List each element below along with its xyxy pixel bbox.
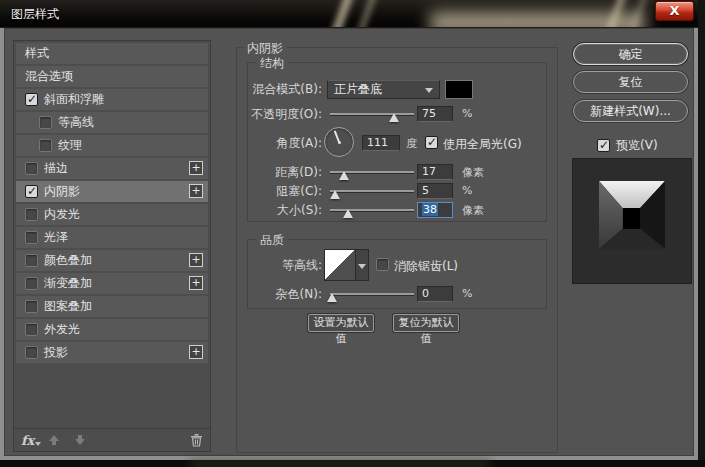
- angle-field[interactable]: 111: [362, 135, 400, 151]
- move-down-icon[interactable]: [74, 434, 86, 446]
- sidebar-item-label: 斜面和浮雕: [44, 91, 104, 108]
- bevel-emboss-checkbox[interactable]: [25, 93, 38, 106]
- stroke-checkbox[interactable]: [25, 162, 38, 175]
- opacity-row: 不透明度(O): 75 %: [248, 106, 546, 122]
- noise-slider[interactable]: [330, 286, 414, 302]
- contour-dropdown-button[interactable]: [356, 249, 369, 281]
- sidebar-toolbar: fx: [14, 428, 210, 451]
- preview-label: 预览(V): [616, 137, 658, 154]
- sidebar-item-drop-shadow[interactable]: 投影+: [16, 342, 208, 363]
- satin-checkbox[interactable]: [25, 231, 38, 244]
- slider-thumb[interactable]: [330, 190, 340, 199]
- drop-shadow-checkbox[interactable]: [25, 346, 38, 359]
- preview-toggle: 预览(V): [597, 137, 658, 154]
- size-field[interactable]: 38: [417, 202, 453, 218]
- angle-dial[interactable]: [324, 127, 354, 157]
- add-color-overlay-button[interactable]: +: [189, 253, 203, 267]
- blend-mode-select[interactable]: 正片叠底: [327, 80, 440, 99]
- add-gradient-overlay-button[interactable]: +: [189, 276, 203, 290]
- slider-thumb[interactable]: [343, 209, 353, 218]
- sidebar-item-gradient-overlay[interactable]: 渐变叠加+: [16, 273, 208, 294]
- distance-label: 距离(D):: [248, 164, 322, 180]
- distance-slider[interactable]: [330, 164, 414, 180]
- sidebar-item-color-overlay[interactable]: 颜色叠加+: [16, 250, 208, 271]
- ok-button[interactable]: 确定: [573, 43, 688, 65]
- size-slider[interactable]: [330, 202, 414, 218]
- sidebar-item-texture[interactable]: 纹理: [16, 135, 208, 156]
- opacity-field[interactable]: 75: [417, 106, 453, 122]
- distance-field[interactable]: 17: [417, 164, 453, 180]
- shadow-color-swatch[interactable]: [445, 80, 473, 99]
- add-stroke-button[interactable]: +: [189, 161, 203, 175]
- size-label: 大小(S):: [248, 202, 322, 218]
- choke-value: 5: [422, 184, 429, 197]
- noise-field[interactable]: 0: [417, 286, 453, 302]
- choke-field[interactable]: 5: [417, 183, 453, 199]
- preview-checkbox[interactable]: [597, 139, 610, 152]
- texture-checkbox[interactable]: [39, 139, 52, 152]
- quality-group: 品质 等高线: 消除锯齿(L) 杂色(N): 0 %: [247, 239, 547, 309]
- sidebar-item-styles[interactable]: 样式: [16, 43, 208, 64]
- sidebar-item-label: 内阴影: [44, 183, 80, 200]
- window-title: 图层样式: [11, 6, 59, 23]
- reset-default-button[interactable]: 复位为默认值: [393, 314, 459, 332]
- gradient-overlay-checkbox[interactable]: [25, 277, 38, 290]
- sidebar-item-label: 光泽: [44, 229, 68, 246]
- add-inner-shadow-button[interactable]: +: [189, 184, 203, 198]
- reset-button[interactable]: 复位: [573, 71, 688, 93]
- sidebar-item-bevel-emboss[interactable]: 斜面和浮雕: [16, 89, 208, 110]
- outer-glow-checkbox[interactable]: [25, 323, 38, 336]
- size-value-selected: 38: [422, 203, 438, 216]
- contour-checkbox[interactable]: [39, 116, 52, 129]
- dial-center-dot: [338, 141, 341, 144]
- sidebar-item-label: 纹理: [58, 137, 82, 154]
- pattern-overlay-checkbox[interactable]: [25, 300, 38, 313]
- delete-style-icon[interactable]: [190, 433, 203, 447]
- angle-value: 111: [367, 136, 388, 149]
- new-style-button[interactable]: 新建样式(W)...: [573, 100, 688, 122]
- slider-track: [330, 190, 414, 192]
- sidebar-item-inner-glow[interactable]: 内发光: [16, 204, 208, 225]
- chevron-down-icon: [425, 88, 433, 93]
- background-blur-streak: [356, 0, 376, 28]
- color-overlay-checkbox[interactable]: [25, 254, 38, 267]
- structure-legend: 结构: [256, 55, 288, 72]
- anti-alias-checkbox[interactable]: [376, 258, 389, 271]
- sidebar-item-contour[interactable]: 等高线: [16, 112, 208, 133]
- preview-bevel-core: [623, 208, 640, 228]
- slider-thumb[interactable]: [389, 113, 399, 122]
- opacity-unit: %: [462, 107, 472, 120]
- opacity-label: 不透明度(O):: [248, 106, 322, 122]
- blend-mode-row: 混合模式(B): 正片叠底: [248, 80, 546, 99]
- angle-row: 角度(A): 111 度 使用全局光(G): [248, 127, 546, 159]
- fx-menu-icon[interactable]: fx: [21, 433, 34, 448]
- sidebar-item-label: 图案叠加: [44, 298, 92, 315]
- close-button[interactable]: X: [655, 1, 694, 21]
- use-global-light-checkbox[interactable]: [425, 136, 438, 149]
- move-up-icon[interactable]: [48, 434, 60, 446]
- sidebar-item-label: 渐变叠加: [44, 275, 92, 292]
- opacity-slider[interactable]: [330, 106, 414, 122]
- sidebar-item-inner-shadow[interactable]: 内阴影+: [16, 181, 208, 202]
- screen: { "window": { "title": "图层样式", "close": …: [0, 0, 705, 467]
- contour-picker[interactable]: [324, 249, 356, 281]
- slider-thumb[interactable]: [327, 293, 337, 302]
- make-default-button[interactable]: 设置为默认值: [308, 314, 374, 332]
- contour-row: 等高线: 消除锯齿(L): [248, 249, 546, 281]
- sidebar-item-blending-options[interactable]: 混合选项: [16, 66, 208, 87]
- sidebar-item-pattern-overlay[interactable]: 图案叠加: [16, 296, 208, 317]
- inner-glow-checkbox[interactable]: [25, 208, 38, 221]
- choke-slider[interactable]: [330, 183, 414, 199]
- opacity-value: 75: [422, 107, 436, 120]
- background-blur-blob: [190, 461, 490, 467]
- background-blur-streak: [330, 0, 353, 28]
- choke-unit: %: [462, 184, 472, 197]
- sidebar-item-satin[interactable]: 光泽: [16, 227, 208, 248]
- sidebar-item-outer-glow[interactable]: 外发光: [16, 319, 208, 340]
- slider-thumb[interactable]: [339, 171, 349, 180]
- add-drop-shadow-button[interactable]: +: [189, 345, 203, 359]
- desktop-strip-right: [698, 0, 705, 467]
- inner-shadow-checkbox[interactable]: [25, 185, 38, 198]
- sidebar-item-stroke[interactable]: 描边+: [16, 158, 208, 179]
- slider-track: [330, 293, 414, 295]
